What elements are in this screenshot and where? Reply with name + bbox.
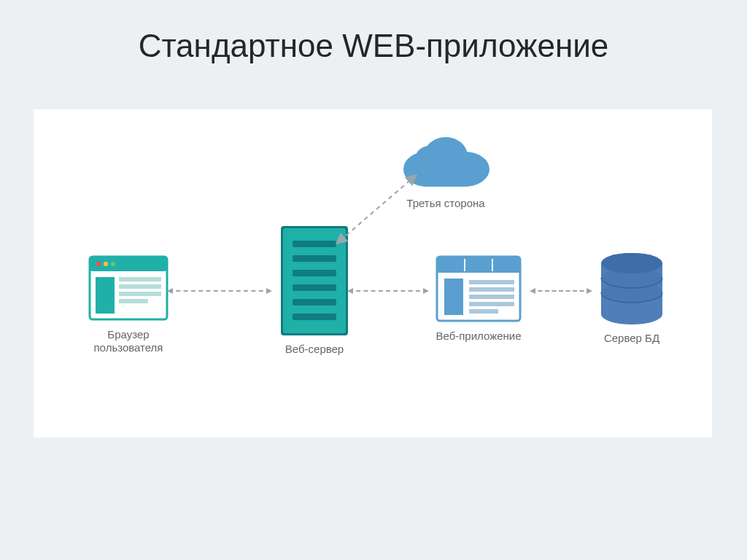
svg-rect-25 xyxy=(437,270,520,273)
svg-rect-14 xyxy=(293,270,336,276)
diagram-panel: Браузер пользователя Веб-сервер xyxy=(34,109,712,438)
svg-rect-6 xyxy=(119,277,161,281)
svg-rect-5 xyxy=(96,277,115,314)
cloud-label: Третья сторона xyxy=(406,197,484,210)
svg-rect-8 xyxy=(119,292,161,296)
node-cloud: Третья сторона xyxy=(384,131,508,210)
database-icon xyxy=(598,252,665,324)
webapp-label: Веб-приложение xyxy=(436,330,521,343)
browser-label: Браузер пользователя xyxy=(94,328,163,354)
browser-label-line2: пользователя xyxy=(94,341,163,354)
svg-rect-7 xyxy=(119,284,161,289)
svg-rect-32 xyxy=(469,302,514,306)
svg-rect-29 xyxy=(469,280,514,284)
node-webapp: Веб-приложение xyxy=(427,255,530,343)
svg-rect-30 xyxy=(469,287,514,292)
svg-rect-15 xyxy=(293,284,336,291)
arrow-server-webapp xyxy=(349,290,427,292)
svg-point-3 xyxy=(104,262,108,266)
svg-point-39 xyxy=(601,253,662,273)
slide-title: Стандартное WEB-приложение xyxy=(0,28,747,64)
node-db: Сервер БД xyxy=(588,252,676,345)
node-webserver: Веб-сервер xyxy=(274,226,355,356)
svg-rect-12 xyxy=(293,241,336,247)
node-browser: Браузер пользователя xyxy=(77,255,179,354)
browser-label-line1: Браузер xyxy=(94,328,163,341)
arrow-webapp-db xyxy=(531,290,591,292)
slide: Стандартное WEB-приложение Б xyxy=(0,0,747,560)
server-icon xyxy=(281,226,348,335)
webserver-label: Веб-сервер xyxy=(285,343,344,356)
svg-rect-9 xyxy=(119,299,148,303)
svg-rect-1 xyxy=(90,257,167,271)
svg-point-4 xyxy=(111,262,115,266)
svg-rect-13 xyxy=(293,255,336,262)
svg-rect-33 xyxy=(469,309,498,314)
db-label: Сервер БД xyxy=(604,332,659,345)
arrow-browser-server xyxy=(169,290,271,292)
svg-rect-22 xyxy=(417,165,475,187)
svg-rect-16 xyxy=(293,299,336,306)
svg-rect-17 xyxy=(293,314,336,320)
svg-point-2 xyxy=(96,262,101,266)
svg-point-38 xyxy=(601,304,662,324)
webapp-icon xyxy=(436,255,522,322)
cloud-icon xyxy=(395,131,497,190)
svg-rect-28 xyxy=(444,279,463,315)
browser-icon xyxy=(88,255,169,321)
svg-rect-31 xyxy=(469,295,514,299)
